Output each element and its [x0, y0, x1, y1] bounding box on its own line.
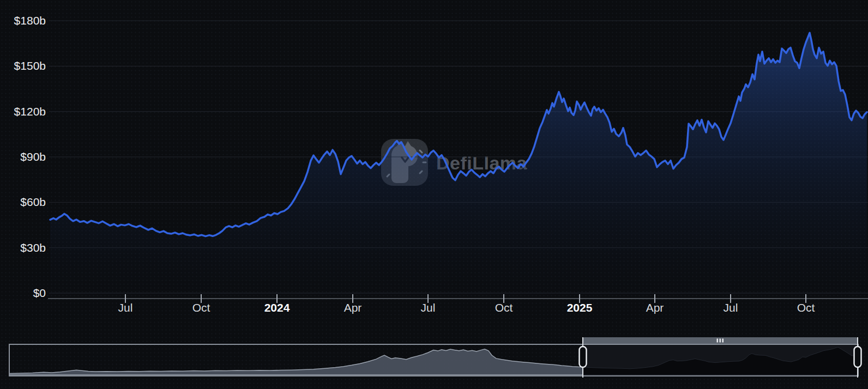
y-axis-label: $30b — [0, 241, 46, 255]
y-axis-label: $60b — [0, 195, 46, 209]
navigator[interactable] — [0, 327, 868, 389]
x-axis-label: Oct — [175, 301, 227, 315]
x-axis-label: Oct — [478, 301, 530, 315]
drag-grip-icon — [717, 339, 724, 343]
x-axis-label: Jul — [402, 301, 454, 315]
main-chart[interactable] — [0, 0, 868, 327]
tvl-chart-page: DefiLlama $180b$150b$120b$90b$60b$30b$0 … — [0, 0, 868, 389]
y-axis-label: $90b — [0, 150, 46, 164]
x-axis-label: Jul — [99, 301, 152, 315]
y-axis-label: $180b — [0, 14, 46, 28]
x-axis-label: 2024 — [251, 301, 303, 315]
x-axis-label: Apr — [629, 301, 681, 315]
x-axis-label: Apr — [327, 301, 379, 315]
y-axis-label: $120b — [0, 105, 46, 119]
tvl-area-fill — [50, 33, 867, 294]
navigator-drag-bar[interactable] — [583, 337, 858, 344]
x-axis-label: Jul — [704, 301, 757, 315]
y-axis-label: $150b — [0, 59, 46, 73]
x-axis-label: 2025 — [553, 301, 606, 315]
y-axis-label: $0 — [0, 286, 46, 300]
x-axis-label: Oct — [780, 301, 832, 315]
